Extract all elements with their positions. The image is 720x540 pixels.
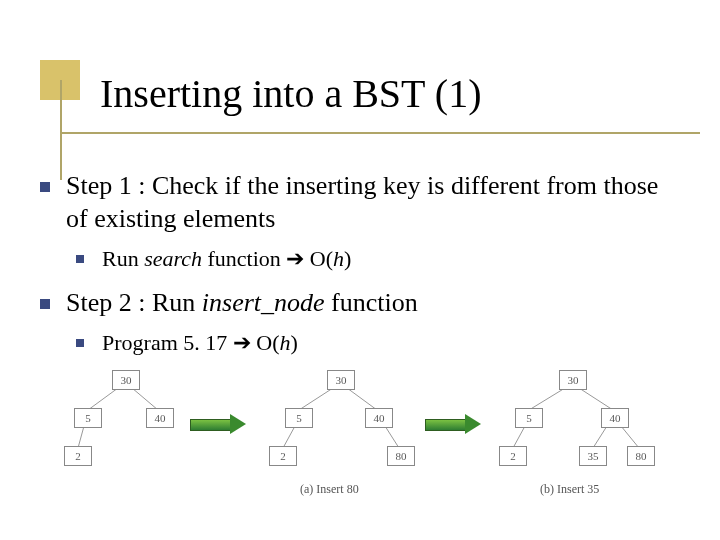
tree-node: 30: [112, 370, 140, 390]
bullet-icon: [76, 255, 84, 263]
caption-b: (b) Insert 35: [540, 482, 599, 497]
svg-line-10: [593, 426, 607, 448]
svg-line-4: [347, 388, 377, 410]
step2-suffix: function: [325, 288, 418, 317]
svg-line-0: [88, 388, 118, 410]
bullet-icon: [40, 299, 50, 309]
step1-text: Step 1 : Check if the inserting key is d…: [66, 171, 658, 233]
svg-line-6: [385, 426, 399, 448]
title-rule-vertical: [60, 80, 62, 180]
arrow-icon: ➔: [233, 330, 251, 355]
step1-sub-bigO-open: O(: [304, 246, 333, 271]
step2-sub-h: h: [279, 330, 290, 355]
tree-node: 30: [327, 370, 355, 390]
step2-prefix: Step 2 : Run: [66, 288, 202, 317]
tree-node: 5: [285, 408, 313, 428]
tree-node: 40: [601, 408, 629, 428]
tree-node: 2: [64, 446, 92, 466]
bullet-icon: [40, 182, 50, 192]
tree-node: 40: [365, 408, 393, 428]
arrow-icon: ➔: [286, 246, 304, 271]
step1-sub-bigO-close: ): [344, 246, 351, 271]
svg-line-5: [283, 426, 295, 448]
step2-sub-program: Program 5. 17: [102, 330, 233, 355]
title-block: Inserting into a BST (1): [40, 60, 680, 150]
bullet-icon: [76, 339, 84, 347]
step1-sub-h: h: [333, 246, 344, 271]
body: Step 1 : Check if the inserting key is d…: [40, 170, 680, 371]
arrow-icon: [425, 415, 481, 433]
step1-sub-search: search: [144, 246, 202, 271]
tree-node: 40: [146, 408, 174, 428]
step2-sub-bigO-close: ): [290, 330, 297, 355]
tree-after-insert-80: 30 5 40 2 80: [265, 370, 415, 490]
svg-line-7: [529, 388, 565, 410]
step1-sub-run: Run: [102, 246, 144, 271]
tree-node: 35: [579, 446, 607, 466]
tree-node: 2: [269, 446, 297, 466]
tree-after-insert-35: 30 5 40 2 35 80: [495, 370, 660, 490]
title-rule-horizontal: [60, 132, 700, 134]
svg-line-11: [621, 426, 639, 448]
svg-line-9: [513, 426, 525, 448]
step2-fn: insert_node: [202, 288, 325, 317]
step2-sub-bigO-open: O(: [251, 330, 280, 355]
caption-a: (a) Insert 80: [300, 482, 359, 497]
slide: Inserting into a BST (1) Step 1 : Check …: [0, 0, 720, 540]
svg-line-1: [132, 388, 158, 410]
tree-node: 2: [499, 446, 527, 466]
subbullet-step1: Run search function ➔ O(h): [76, 245, 680, 273]
tree-node: 30: [559, 370, 587, 390]
tree-node: 80: [387, 446, 415, 466]
slide-title: Inserting into a BST (1): [100, 70, 481, 117]
svg-line-3: [299, 388, 333, 410]
tree-initial: 30 5 40 2: [70, 370, 180, 480]
bullet-step1: Step 1 : Check if the inserting key is d…: [40, 170, 680, 235]
figure: 30 5 40 2 30 5 40 2 80 (a) Insert 80: [70, 370, 660, 520]
step1-sub-function: function: [202, 246, 286, 271]
svg-line-8: [579, 388, 613, 410]
svg-line-2: [78, 426, 84, 448]
tree-node: 5: [74, 408, 102, 428]
arrow-icon: [190, 415, 246, 433]
tree-node: 5: [515, 408, 543, 428]
bullet-step2: Step 2 : Run insert_node function: [40, 287, 680, 320]
subbullet-step2: Program 5. 17 ➔ O(h): [76, 329, 680, 357]
tree-node: 80: [627, 446, 655, 466]
